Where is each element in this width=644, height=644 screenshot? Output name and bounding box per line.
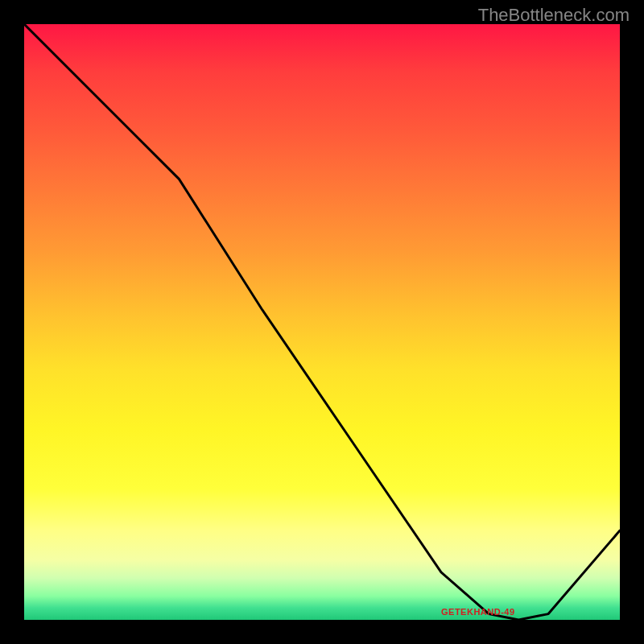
chart-curve	[24, 24, 620, 620]
watermark-text: TheBottleneck.com	[478, 5, 630, 26]
chart-plot-area: GETEKHAND-49	[24, 24, 620, 620]
chart-curve-svg	[24, 24, 620, 620]
chart-bottom-label: GETEKHAND-49	[441, 607, 515, 617]
